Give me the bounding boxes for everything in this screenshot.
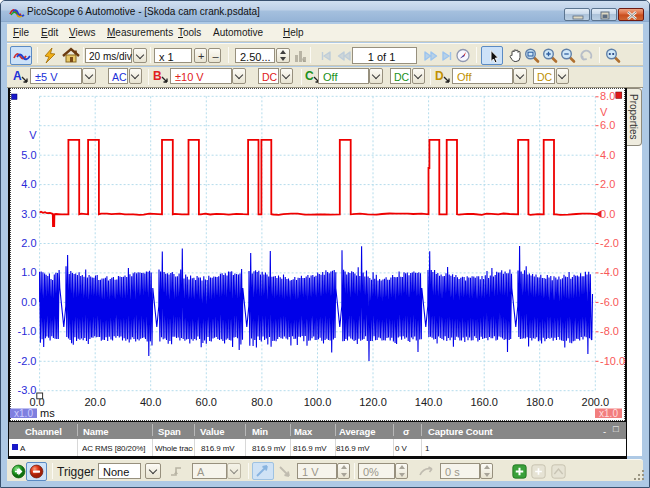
svg-text:-8.0: -8.0	[600, 325, 619, 337]
svg-text:-3.0: -3.0	[18, 384, 37, 396]
svg-text:x1.0: x1.0	[599, 408, 618, 419]
svg-text:6.0: 6.0	[600, 119, 615, 131]
svg-text:3.0: 3.0	[21, 208, 36, 220]
svg-text:0.0: 0.0	[600, 208, 615, 220]
svg-text:V: V	[29, 129, 37, 141]
svg-text:-2.0: -2.0	[600, 237, 619, 249]
svg-text:V: V	[600, 106, 608, 118]
svg-text:-4.0: -4.0	[600, 266, 619, 278]
svg-text:5.0: 5.0	[21, 149, 36, 161]
svg-text:60.0: 60.0	[196, 396, 217, 408]
svg-text:-10.0: -10.0	[600, 355, 625, 367]
svg-text:140.0: 140.0	[415, 396, 443, 408]
svg-text:0.0: 0.0	[21, 296, 36, 308]
svg-text:180.0: 180.0	[526, 396, 554, 408]
svg-text:ms: ms	[40, 407, 55, 419]
svg-text:40.0: 40.0	[140, 396, 161, 408]
svg-text:x1.0: x1.0	[14, 408, 33, 419]
svg-text:-6.0: -6.0	[600, 296, 619, 308]
svg-text:4.0: 4.0	[21, 178, 36, 190]
svg-text:120.0: 120.0	[359, 396, 387, 408]
svg-text:160.0: 160.0	[470, 396, 498, 408]
svg-text:-2.0: -2.0	[18, 355, 37, 367]
svg-text:2.0: 2.0	[21, 237, 36, 249]
svg-text:20.0: 20.0	[84, 396, 105, 408]
svg-text:1.0: 1.0	[21, 266, 36, 278]
svg-text:2.0: 2.0	[600, 178, 615, 190]
svg-text:8.0: 8.0	[600, 90, 615, 102]
svg-text:80.0: 80.0	[251, 396, 272, 408]
svg-text:-1.0: -1.0	[18, 325, 37, 337]
svg-text:100.0: 100.0	[304, 396, 332, 408]
svg-text:200.0: 200.0	[582, 396, 610, 408]
svg-text:4.0: 4.0	[600, 149, 615, 161]
